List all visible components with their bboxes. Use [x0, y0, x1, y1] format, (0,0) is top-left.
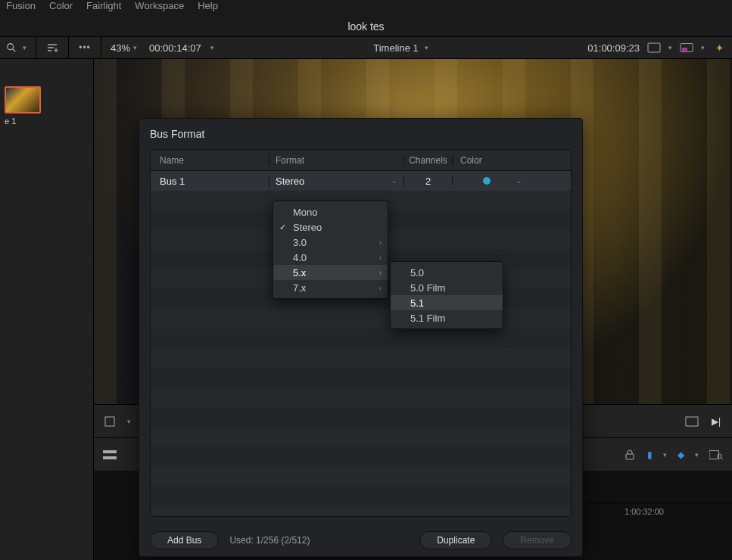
flag-blue[interactable]: ▮ [647, 450, 653, 460]
chevron-right-icon: › [379, 238, 382, 247]
clip-label: e 1 [5, 117, 89, 126]
bus-format-dialog: Bus Format Name Format Channels Color Bu… [139, 118, 583, 557]
svg-line-1 [13, 49, 16, 52]
search-icon[interactable] [5, 41, 18, 54]
transform-chevron[interactable]: ▾ [127, 418, 131, 425]
marker-blue-chevron[interactable]: ▾ [695, 451, 699, 459]
format-option-51[interactable]: 5.1 [391, 295, 503, 310]
menu-color[interactable]: Color [49, 0, 73, 11]
header-channels: Channels [403, 155, 452, 166]
add-bus-button[interactable]: Add Bus [150, 531, 219, 549]
svg-rect-8 [103, 456, 117, 459]
ruler-tick: 1:00:32:00 [625, 507, 664, 516]
lock-icon[interactable] [623, 448, 637, 462]
header-format: Format [269, 155, 403, 166]
color-swatch [483, 177, 491, 185]
zoom-search-icon[interactable] [709, 448, 723, 462]
remove-button[interactable]: Remove [503, 531, 572, 549]
cell-color-dropdown[interactable]: ⌄ [452, 177, 571, 185]
project-title: look tes [0, 17, 732, 36]
format-option-stereo[interactable]: Stereo✓ [273, 219, 388, 235]
chevron-down-icon: ⌄ [516, 177, 522, 185]
svg-rect-5 [105, 417, 114, 426]
svg-line-12 [721, 457, 723, 459]
safe-area-chevron[interactable]: ▾ [668, 44, 672, 51]
format-option-50film[interactable]: 5.0 Film [391, 280, 503, 295]
svg-rect-2 [648, 43, 660, 52]
format-option-51film[interactable]: 5.1 Film [391, 310, 503, 325]
fullscreen-icon[interactable] [685, 415, 699, 428]
zoom-dropdown[interactable]: 43%▾ [111, 42, 137, 54]
chevron-right-icon: › [379, 254, 382, 262]
format-option-5x[interactable]: 5.x› [273, 265, 388, 280]
options-icon[interactable]: ••• [78, 41, 92, 54]
chevron-right-icon: › [379, 269, 382, 277]
safe-area-icon[interactable] [647, 41, 661, 54]
fx-overlay-icon[interactable] [680, 41, 693, 54]
sort-icon[interactable] [45, 41, 59, 54]
table-row[interactable]: Bus 1 Stereo⌄ 2 ⌄ [151, 171, 571, 191]
menu-fairlight[interactable]: Fairlight [86, 0, 121, 11]
cell-format-dropdown[interactable]: Stereo⌄ [269, 176, 403, 187]
format-option-50[interactable]: 5.0 [391, 265, 503, 280]
chevron-down-icon: ⌄ [391, 177, 397, 185]
svg-rect-6 [686, 417, 698, 426]
format-option-30[interactable]: 3.0› [273, 235, 388, 250]
timeline-name-chevron[interactable]: ▾ [425, 44, 428, 51]
format-option-7x[interactable]: 7.x› [273, 280, 388, 295]
menu-fusion[interactable]: Fusion [6, 0, 36, 11]
table-header: Name Format Channels Color [151, 150, 571, 171]
viewer-toolbar: ▾ ••• 43%▾ 00:00:14:07 ▾ Timeline 1 ▾ 01… [0, 36, 732, 59]
timeline-name-dropdown[interactable]: Timeline 1 [373, 42, 418, 54]
format-option-40[interactable]: 4.0› [273, 250, 388, 265]
record-timecode[interactable]: 01:00:09:23 [587, 42, 640, 54]
cell-name[interactable]: Bus 1 [151, 176, 269, 187]
sparkle-icon[interactable]: ✦ [712, 41, 726, 54]
header-name: Name [151, 155, 269, 166]
menu-help[interactable]: Help [198, 0, 218, 11]
next-clip-icon[interactable]: ▶| [709, 415, 723, 428]
svg-rect-7 [103, 450, 117, 453]
chevron-right-icon: › [379, 284, 382, 292]
transform-icon[interactable] [103, 415, 117, 428]
clip-thumbnail[interactable] [5, 86, 41, 114]
dialog-title: Bus Format [139, 119, 582, 149]
fx-overlay-chevron[interactable]: ▾ [701, 44, 705, 51]
timeline-ruler[interactable]: 1:00:32:00 [581, 502, 732, 519]
app-menubar: Fusion Color Fairlight Workspace Help [0, 0, 732, 17]
duplicate-button[interactable]: Duplicate [419, 531, 492, 549]
svg-rect-10 [709, 450, 719, 459]
cell-channels: 2 [403, 176, 452, 187]
check-icon: ✓ [279, 222, 286, 232]
marker-blue[interactable]: ◆ [677, 450, 684, 460]
format-option-mono[interactable]: Mono [273, 204, 388, 219]
svg-rect-4 [682, 48, 687, 51]
media-pool: e 1 [0, 59, 94, 560]
header-color: Color [452, 155, 571, 166]
format-menu: MonoStereo✓3.0›4.0›5.x›7.x› [273, 201, 388, 299]
format-submenu-5x: 5.05.0 Film5.15.1 Film [390, 261, 503, 329]
svg-point-0 [8, 44, 14, 50]
search-options-chevron[interactable]: ▾ [23, 44, 26, 51]
flag-blue-chevron[interactable]: ▾ [663, 451, 667, 459]
track-header-icon[interactable] [103, 448, 117, 462]
source-timecode[interactable]: 00:00:14:07 [149, 42, 201, 54]
used-counter: Used: 1/256 (2/512) [229, 535, 310, 546]
svg-rect-9 [626, 454, 634, 459]
dialog-footer: Add Bus Used: 1/256 (2/512) Duplicate Re… [139, 524, 582, 556]
menu-workspace[interactable]: Workspace [135, 0, 184, 11]
